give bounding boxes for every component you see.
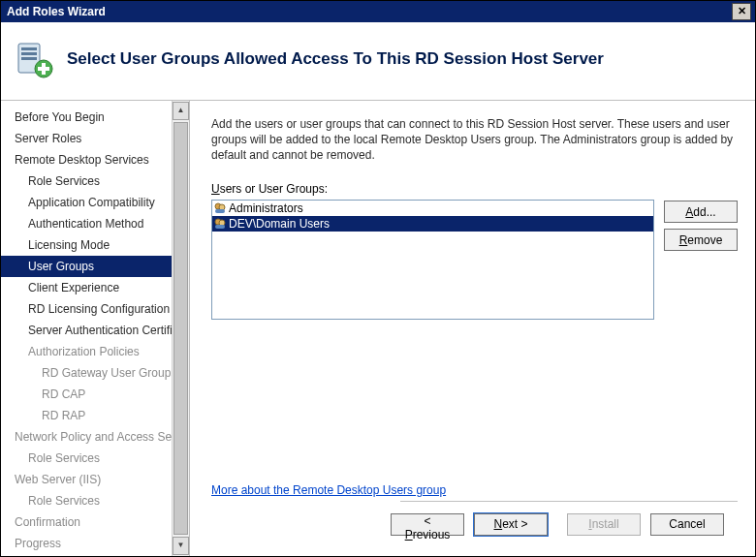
wizard-header: Select User Groups Allowed Access To Thi…: [1, 22, 755, 101]
nav-item: Web Server (IIS): [1, 469, 172, 490]
list-label-tail: sers or User Groups:: [220, 182, 328, 196]
nav-item[interactable]: Licensing Mode: [1, 234, 172, 256]
nav-item[interactable]: RD Licensing Configuration: [1, 298, 172, 320]
nav-item: Authorization Policies: [1, 341, 172, 362]
svg-rect-12: [215, 225, 225, 229]
nav-item[interactable]: Role Services: [1, 170, 172, 192]
server-role-icon: [15, 40, 53, 78]
nav-item[interactable]: Server Authentication Certificate: [1, 320, 172, 341]
nav-item: Role Services: [1, 490, 172, 511]
nav-item: RD Gateway User Groups: [1, 362, 172, 384]
more-info-link[interactable]: More about the Remote Desktop Users grou…: [211, 483, 738, 497]
scroll-down-icon[interactable]: ▼: [173, 537, 189, 555]
add-button[interactable]: Add...: [664, 201, 738, 223]
description-text: Add the users or user groups that can co…: [211, 116, 738, 163]
nav-item: Network Policy and Access Services: [1, 426, 172, 448]
page-title: Select User Groups Allowed Access To Thi…: [67, 49, 604, 69]
nav-list: Before You BeginServer RolesRemote Deskt…: [1, 101, 172, 556]
nav-item[interactable]: Remote Desktop Services: [1, 149, 172, 170]
nav-item[interactable]: Application Compatibility: [1, 192, 172, 213]
nav-item[interactable]: Server Roles: [1, 128, 172, 149]
svg-rect-2: [21, 52, 37, 55]
scroll-thumb[interactable]: [173, 122, 188, 535]
nav-pane: Before You BeginServer RolesRemote Deskt…: [1, 101, 190, 556]
group-icon: [213, 217, 227, 231]
nav-item[interactable]: Before You Begin: [1, 107, 172, 128]
nav-item: Progress: [1, 533, 172, 554]
titlebar: Add Roles Wizard ✕: [1, 1, 755, 22]
close-icon[interactable]: ✕: [732, 3, 751, 20]
svg-rect-9: [215, 209, 225, 213]
nav-item[interactable]: Authentication Method: [1, 213, 172, 234]
footer-buttons: < Previous Next > Install Cancel: [400, 501, 738, 546]
list-item-label: Administrators: [229, 201, 303, 215]
nav-item: RD RAP: [1, 405, 172, 426]
group-area: Users or User Groups: AdministratorsDEV\…: [211, 182, 738, 320]
content-pane: Add the users or user groups that can co…: [190, 101, 755, 556]
nav-item: Role Services: [1, 448, 172, 469]
nav-item: RD CAP: [1, 384, 172, 405]
nav-item[interactable]: Client Experience: [1, 277, 172, 298]
wizard-body: Before You BeginServer RolesRemote Deskt…: [1, 101, 755, 556]
list-item[interactable]: Administrators: [212, 201, 653, 216]
wizard-window: Add Roles Wizard ✕ Select User Groups Al…: [0, 0, 756, 557]
list-item-label: DEV\Domain Users: [229, 217, 510, 231]
next-button[interactable]: Next >: [474, 513, 548, 536]
list-label: Users or User Groups:: [211, 182, 654, 196]
group-icon: [213, 201, 227, 215]
scroll-up-icon[interactable]: ▲: [173, 102, 189, 120]
cancel-button[interactable]: Cancel: [650, 513, 724, 536]
side-buttons: Add... Remove: [664, 201, 738, 251]
nav-item: Confirmation: [1, 511, 172, 533]
install-button: Install: [567, 513, 641, 536]
previous-button[interactable]: < Previous: [391, 513, 464, 536]
svg-rect-1: [21, 47, 37, 50]
svg-rect-6: [38, 67, 49, 71]
svg-rect-3: [21, 57, 37, 60]
nav-item[interactable]: User Groups: [1, 256, 172, 277]
user-groups-listbox[interactable]: AdministratorsDEV\Domain Users: [211, 200, 654, 320]
list-item[interactable]: DEV\Domain Users: [212, 216, 653, 232]
remove-button[interactable]: Remove: [664, 229, 738, 251]
window-title: Add Roles Wizard: [7, 5, 106, 18]
nav-scrollbar[interactable]: ▲ ▼: [172, 101, 189, 556]
list-section: Users or User Groups: AdministratorsDEV\…: [211, 182, 654, 320]
